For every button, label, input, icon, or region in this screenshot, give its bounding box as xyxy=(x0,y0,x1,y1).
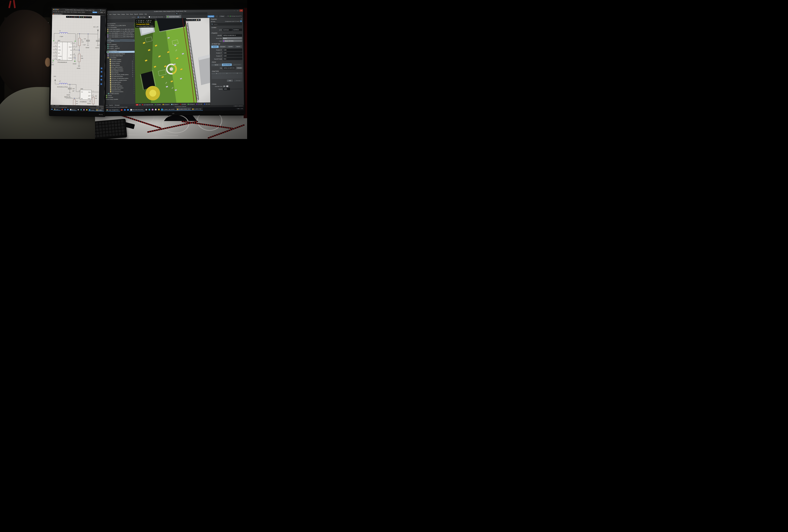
taskbar-item[interactable] xyxy=(83,109,85,111)
model-type-extruded[interactable]: Extruded xyxy=(219,45,226,48)
toolbar-icon[interactable]: ✚ xyxy=(78,16,79,18)
account-menu[interactable]: EnCata Concord Pro xyxy=(230,15,242,17)
maximize-button[interactable]: ▢ xyxy=(236,9,239,12)
menu-item[interactable]: Place xyxy=(63,11,66,12)
filter-icon[interactable]: ▼ xyxy=(240,20,242,22)
toolbar-icon[interactable]: ◠ xyxy=(88,17,90,18)
taskbar-item[interactable] xyxy=(61,108,63,111)
layer-tab[interactable]: [3] Signal 1 xyxy=(162,103,170,106)
document-tab[interactable]: Smart block.PcbDoc xyxy=(166,15,181,18)
menu-item[interactable]: Help xyxy=(144,14,147,15)
taskbar-item[interactable] xyxy=(120,108,123,112)
schematic-viewport[interactable]: ▼✛▢▶▮≋✚▌◉▣✪A◠● xyxy=(51,15,106,106)
layer-scroll-left-icon[interactable]: ◀ xyxy=(139,104,140,105)
source-embed[interactable]: Embed Model xyxy=(222,63,232,66)
share-button[interactable]: ↗ Share xyxy=(219,15,225,17)
menu-item[interactable]: Reports xyxy=(77,12,81,13)
system-tray[interactable]: ^ ENG 11:52 xyxy=(236,108,244,109)
section-location[interactable]: Location xyxy=(210,26,243,28)
toolbar-icon[interactable]: ▣ xyxy=(83,16,84,18)
toolbar-icon[interactable]: ≋ xyxy=(76,16,77,18)
choose-button[interactable]: Choose xyxy=(236,67,242,69)
toolbar-icon[interactable]: ✛ xyxy=(192,19,193,21)
layer-tab[interactable]: [1] Component Side xyxy=(141,103,154,106)
taskbar-item[interactable] xyxy=(151,108,154,111)
menu-item[interactable]: Design xyxy=(66,11,70,12)
board-side-select[interactable]: Bottom▾ xyxy=(222,37,242,39)
layer-tab[interactable]: [8] Solder Side xyxy=(203,103,211,105)
taskbar-item[interactable] xyxy=(148,108,151,111)
taskbar-item[interactable] xyxy=(77,109,80,111)
chat-button[interactable]: … xyxy=(98,12,99,13)
menu-item[interactable]: Place xyxy=(117,14,121,15)
model-type-cylinder[interactable]: Cylinder xyxy=(226,45,234,48)
buy-now-button[interactable]: Buy Now xyxy=(92,12,97,13)
panel-tab[interactable]: Messages xyxy=(115,105,120,106)
menu-item[interactable]: Window xyxy=(81,12,85,13)
toolbar-icon[interactable]: ⊃ xyxy=(189,19,190,21)
panel-dropdown-icon[interactable]: ▾ xyxy=(132,17,133,18)
menu-item[interactable]: Tools xyxy=(70,12,73,13)
buy-now-button[interactable]: Buy Now xyxy=(208,15,214,17)
layer-tab[interactable]: [2] GND1 xyxy=(154,103,162,106)
y-field[interactable]: 83.694mm xyxy=(233,28,242,31)
toolbar-icon[interactable]: ▦ xyxy=(198,19,199,20)
toolbar-icon[interactable]: ▌ xyxy=(79,16,80,18)
toolbar-icon[interactable]: ▢ xyxy=(71,16,72,18)
taskbar-item[interactable] xyxy=(145,108,148,111)
share-button[interactable]: Share xyxy=(100,12,103,13)
panel-pin-icon[interactable]: ⊼ xyxy=(241,18,242,19)
taskbar-item[interactable]: EcoSBV... xyxy=(96,109,103,112)
toolbar-icon[interactable]: T xyxy=(188,19,188,21)
tray-language[interactable]: ENG xyxy=(237,108,240,109)
menu-item[interactable]: Tools xyxy=(125,14,129,15)
panel-pin-icon[interactable]: ⊼ xyxy=(133,17,134,18)
document-tab[interactable]: Home Page xyxy=(136,16,147,19)
menu-item[interactable]: Route xyxy=(130,14,134,15)
toolbar-icon[interactable]: ✪ xyxy=(85,17,86,18)
toolbar-icon[interactable]: A xyxy=(87,17,87,18)
model-type-sphere[interactable]: Sphere xyxy=(235,45,242,48)
taskbar-item[interactable] xyxy=(80,109,83,111)
override-color-swatch[interactable] xyxy=(226,85,229,87)
toolbar-icon[interactable]: ▟ xyxy=(196,19,197,20)
toolbar-icon[interactable]: ▼ xyxy=(67,16,68,18)
section-snap-points[interactable]: Snap Points xyxy=(210,69,244,72)
chat-button[interactable]: … xyxy=(215,15,218,17)
menu-item[interactable]: Project xyxy=(60,11,63,12)
taskbar-item[interactable]: EcoSBV1.PrjPcb - Alti... xyxy=(176,107,191,111)
taskbar-item[interactable] xyxy=(126,108,130,112)
layer-tab[interactable]: [5] GND2 xyxy=(179,103,187,105)
taskbar-item[interactable] xyxy=(85,109,88,111)
search-box[interactable]: 🔍 xyxy=(176,13,208,15)
add-snap-point-button[interactable]: Add xyxy=(227,79,233,82)
taskbar-item[interactable]: EcoSBV1.PrjP... xyxy=(191,107,203,111)
tray-chevron-icon[interactable]: ^ xyxy=(236,108,237,109)
toolbar-icon[interactable]: ◉ xyxy=(81,16,82,18)
section-properties[interactable]: Properties xyxy=(210,31,243,34)
projects-search-input[interactable] xyxy=(105,20,130,22)
properties-search[interactable]: 🔍 xyxy=(211,23,242,25)
menu-item[interactable]: Reports xyxy=(134,14,139,15)
home-icon[interactable]: ⌂ xyxy=(226,16,226,17)
pcb-3d-viewport[interactable]: C50 R21 L24 C31 x: 83,200 dx: -6,900 mm … xyxy=(134,18,211,106)
average-button[interactable]: Average xyxy=(234,79,242,82)
rotation-y-field[interactable]: 0,000 xyxy=(223,52,242,54)
taskbar-item[interactable] xyxy=(157,108,160,111)
toolbar-icon[interactable]: ● xyxy=(90,17,91,18)
layer-tab[interactable]: [6] Signal 3 xyxy=(187,103,196,105)
menu-item[interactable]: File xyxy=(53,11,55,12)
taskbar-item[interactable] xyxy=(154,108,157,111)
taskbar-item[interactable]: w_spase - app_stm32l... xyxy=(160,107,176,111)
override-color-checkbox[interactable] xyxy=(223,85,225,87)
toolbar-icon[interactable]: ✛ xyxy=(69,16,70,18)
path-field[interactable]: ESP32-C6-WROOM v3.step xyxy=(223,67,235,69)
menu-item[interactable]: Project xyxy=(112,14,117,15)
menu-item[interactable]: View xyxy=(57,11,60,12)
status-editor[interactable]: Editor xyxy=(52,105,54,106)
search-label[interactable]: 🔍 Search xyxy=(100,9,105,11)
taskbar-item[interactable]: BDC-03... xyxy=(69,108,77,111)
tree-item[interactable]: Project Group 1.DsnWrk xyxy=(102,98,135,100)
layer-tab[interactable]: [4] Signal 2 xyxy=(170,103,179,106)
tray-clock[interactable]: 11:52 xyxy=(240,108,243,109)
